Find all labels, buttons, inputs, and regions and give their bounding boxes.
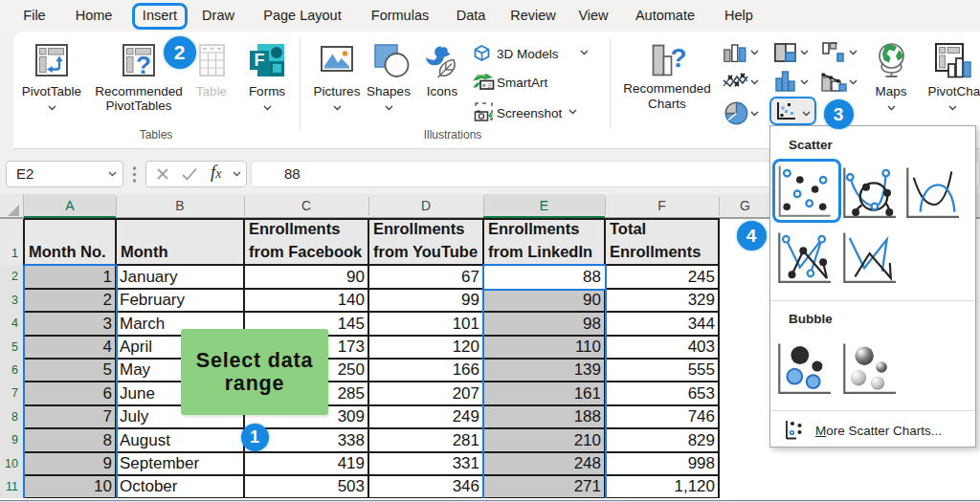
svg-text:?: ?	[670, 44, 686, 73]
svg-text:?: ?	[136, 51, 151, 76]
svg-text:F: F	[255, 51, 265, 70]
